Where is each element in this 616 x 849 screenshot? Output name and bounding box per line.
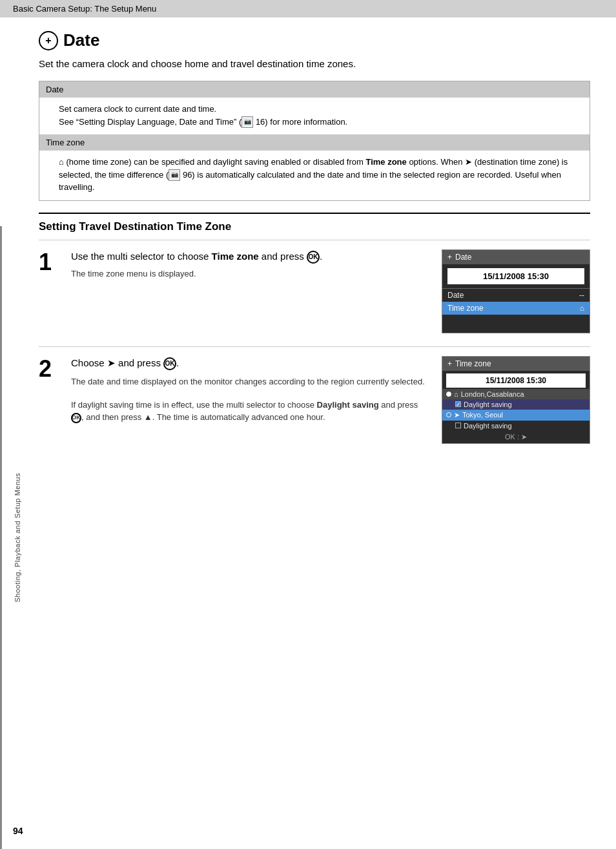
- daylight-saving-label: Daylight saving: [317, 400, 379, 410]
- date-section-header: Date: [39, 81, 590, 98]
- cam2-dest-label: Tokyo, Seoul: [462, 411, 503, 419]
- step-1-suffix: and press: [259, 251, 307, 262]
- cam2-home-checkbox: ✓: [455, 401, 461, 407]
- cam2-dest-radio: [446, 412, 451, 417]
- home-icon-text: ⌂: [59, 157, 64, 167]
- cam1-title: Date: [455, 253, 471, 262]
- sidebar-label: Shooting, Playback and Setup Menus: [14, 473, 22, 602]
- cam1-timezone-icon: ⌂: [580, 304, 584, 313]
- page-title-text: Date: [63, 30, 99, 50]
- date-line2: See “Setting Display Language, Date and …: [59, 116, 570, 129]
- step-1-bold: Time zone: [212, 251, 259, 262]
- cam1-title-bar: + Date: [442, 250, 590, 264]
- date-icon: +: [39, 31, 58, 50]
- cam2-home-radio: [446, 392, 451, 397]
- timezone-section-body: ⌂ (home time zone) can be specified and …: [39, 151, 590, 200]
- cam2-dest-row: ➤ Tokyo, Seoul: [442, 410, 590, 421]
- step-2-inner: 2 Choose ➤ and press OK. The date and ti…: [39, 356, 590, 444]
- step-1-inner: 1 Use the multi selector to choose Time …: [39, 249, 590, 333]
- cam2-home-icon: ⌂: [454, 390, 458, 398]
- step-1-note: The time zone menu is displayed.: [71, 269, 429, 278]
- step-1-number: 1: [39, 249, 71, 333]
- ref-icon-16: 📷: [241, 116, 253, 128]
- cam2-home-label: London,Casablanca: [461, 390, 524, 398]
- page-number: 94: [13, 826, 23, 836]
- ref-icon-96: 📷: [169, 169, 180, 181]
- step-1-period: .: [320, 251, 322, 262]
- date-section-table: Date Set camera clock to current date an…: [39, 81, 590, 201]
- cam2-title-bar: + Time zone: [442, 357, 590, 371]
- cam1-icon: +: [447, 253, 452, 262]
- cam2-home-daylight: ✓ Daylight saving: [442, 399, 590, 410]
- step-1-prefix: Use the multi selector to choose: [71, 251, 212, 262]
- cam2-home-row: ⌂ London,Casablanca: [442, 389, 590, 399]
- step-2-row: 2 Choose ➤ and press OK. The date and ti…: [39, 346, 590, 444]
- step-2-content: Choose ➤ and press OK. The date and time…: [71, 356, 429, 444]
- cam2-dest-daylight: Daylight saving: [442, 421, 590, 431]
- step-2-number: 2: [39, 356, 71, 444]
- cam2-ok-row: OK : ➤: [442, 431, 590, 443]
- cam2-title: Time zone: [455, 359, 491, 368]
- page-subtitle: Set the camera clock and choose home and…: [39, 58, 590, 69]
- step-1-content: Use the multi selector to choose Time zo…: [71, 249, 429, 333]
- timezone-section-header: Time zone: [39, 134, 590, 151]
- steps-container: 1 Use the multi selector to choose Time …: [39, 240, 590, 457]
- cam1-timezone-item: Time zone ⌂: [442, 302, 590, 315]
- ok-button-step2: OK: [163, 357, 176, 370]
- cam2-icon: +: [447, 359, 452, 368]
- step-1-row: 1 Use the multi selector to choose Time …: [39, 240, 590, 333]
- cam2-datetime: 15/11/2008 15:30: [446, 373, 586, 388]
- cam2-dest-daylight-label: Daylight saving: [464, 422, 512, 430]
- date-line1: Set camera clock to current date and tim…: [59, 103, 570, 116]
- header-bar: Basic Camera Setup: The Setup Menu: [0, 0, 616, 17]
- step-2-instruction: Choose ➤ and press OK.: [71, 356, 429, 371]
- cam1-timezone-label: Time zone: [447, 304, 484, 313]
- cam1-date-label: Date: [447, 291, 464, 300]
- cam2-dest-arrow: ➤: [454, 411, 460, 419]
- page-title-block: + Date: [39, 30, 590, 50]
- cam1-date-value: --: [579, 291, 584, 300]
- step-2-period: .: [176, 357, 179, 368]
- ok-button-step2b: OK: [71, 413, 81, 423]
- step-1-instruction: Use the multi selector to choose Time zo…: [71, 249, 429, 264]
- main-content: + Date Set the camera clock and choose h…: [39, 17, 590, 457]
- step-2-note2: If daylight saving time is in effect, us…: [71, 399, 429, 424]
- cam1-datetime: 15/11/2008 15:30: [447, 268, 584, 284]
- cam2-dest-checkbox: [455, 423, 461, 428]
- header-title: Basic Camera Setup: The Setup Menu: [13, 4, 156, 14]
- camera-screen-2: + Time zone 15/11/2008 15:30 ⌂ London,Ca…: [442, 356, 590, 444]
- step-2-choose: Choose ➤ and press: [71, 357, 163, 368]
- camera-screen-1: + Date 15/11/2008 15:30 Date -- Time zon…: [442, 249, 590, 333]
- ok-button-step1: OK: [307, 251, 320, 264]
- date-section-body: Set camera clock to current date and tim…: [39, 98, 590, 134]
- subsection-title: Setting Travel Destination Time Zone: [39, 213, 590, 233]
- cam1-date-item: Date --: [442, 288, 590, 302]
- cam2-home-daylight-label: Daylight saving: [464, 401, 512, 408]
- step-2-note1: The date and time displayed on the monit…: [71, 375, 429, 388]
- sidebar: Shooting, Playback and Setup Menus: [0, 226, 36, 849]
